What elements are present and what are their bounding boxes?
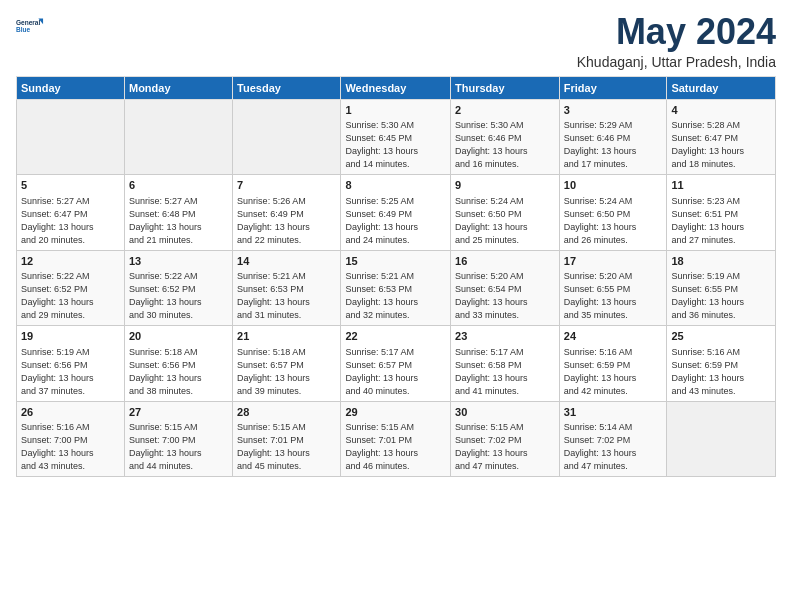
day-number: 14 (237, 254, 336, 269)
day-content: Sunrise: 5:30 AM Sunset: 6:46 PM Dayligh… (455, 119, 555, 171)
day-content: Sunrise: 5:24 AM Sunset: 6:50 PM Dayligh… (564, 195, 663, 247)
table-row: 9Sunrise: 5:24 AM Sunset: 6:50 PM Daylig… (451, 175, 560, 251)
table-row: 22Sunrise: 5:17 AM Sunset: 6:57 PM Dayli… (341, 326, 451, 402)
day-content: Sunrise: 5:17 AM Sunset: 6:58 PM Dayligh… (455, 346, 555, 398)
table-row: 29Sunrise: 5:15 AM Sunset: 7:01 PM Dayli… (341, 401, 451, 477)
day-number: 31 (564, 405, 663, 420)
table-row: 13Sunrise: 5:22 AM Sunset: 6:52 PM Dayli… (124, 250, 232, 326)
day-number: 21 (237, 329, 336, 344)
day-content: Sunrise: 5:21 AM Sunset: 6:53 PM Dayligh… (237, 270, 336, 322)
day-content: Sunrise: 5:15 AM Sunset: 7:02 PM Dayligh… (455, 421, 555, 473)
table-row: 1Sunrise: 5:30 AM Sunset: 6:45 PM Daylig… (341, 99, 451, 175)
day-number: 10 (564, 178, 663, 193)
table-row (17, 99, 125, 175)
subtitle: Khudaganj, Uttar Pradesh, India (577, 54, 776, 70)
day-content: Sunrise: 5:23 AM Sunset: 6:51 PM Dayligh… (671, 195, 771, 247)
day-content: Sunrise: 5:18 AM Sunset: 6:57 PM Dayligh… (237, 346, 336, 398)
day-number: 1 (345, 103, 446, 118)
col-wednesday: Wednesday (341, 76, 451, 99)
calendar-week-row: 5Sunrise: 5:27 AM Sunset: 6:47 PM Daylig… (17, 175, 776, 251)
page: GeneralBlue May 2024 Khudaganj, Uttar Pr… (0, 0, 792, 612)
day-number: 13 (129, 254, 228, 269)
day-content: Sunrise: 5:16 AM Sunset: 6:59 PM Dayligh… (671, 346, 771, 398)
day-content: Sunrise: 5:15 AM Sunset: 7:01 PM Dayligh… (237, 421, 336, 473)
day-content: Sunrise: 5:29 AM Sunset: 6:46 PM Dayligh… (564, 119, 663, 171)
day-number: 16 (455, 254, 555, 269)
col-friday: Friday (559, 76, 667, 99)
table-row: 8Sunrise: 5:25 AM Sunset: 6:49 PM Daylig… (341, 175, 451, 251)
day-content: Sunrise: 5:27 AM Sunset: 6:48 PM Dayligh… (129, 195, 228, 247)
table-row: 26Sunrise: 5:16 AM Sunset: 7:00 PM Dayli… (17, 401, 125, 477)
day-number: 27 (129, 405, 228, 420)
day-number: 7 (237, 178, 336, 193)
calendar-week-row: 26Sunrise: 5:16 AM Sunset: 7:00 PM Dayli… (17, 401, 776, 477)
day-content: Sunrise: 5:14 AM Sunset: 7:02 PM Dayligh… (564, 421, 663, 473)
table-row: 25Sunrise: 5:16 AM Sunset: 6:59 PM Dayli… (667, 326, 776, 402)
day-number: 2 (455, 103, 555, 118)
header: GeneralBlue May 2024 Khudaganj, Uttar Pr… (16, 12, 776, 70)
day-content: Sunrise: 5:16 AM Sunset: 6:59 PM Dayligh… (564, 346, 663, 398)
day-number: 22 (345, 329, 446, 344)
table-row (667, 401, 776, 477)
table-row: 12Sunrise: 5:22 AM Sunset: 6:52 PM Dayli… (17, 250, 125, 326)
table-row: 5Sunrise: 5:27 AM Sunset: 6:47 PM Daylig… (17, 175, 125, 251)
title-block: May 2024 Khudaganj, Uttar Pradesh, India (577, 12, 776, 70)
day-content: Sunrise: 5:25 AM Sunset: 6:49 PM Dayligh… (345, 195, 446, 247)
day-content: Sunrise: 5:20 AM Sunset: 6:55 PM Dayligh… (564, 270, 663, 322)
calendar-week-row: 12Sunrise: 5:22 AM Sunset: 6:52 PM Dayli… (17, 250, 776, 326)
col-thursday: Thursday (451, 76, 560, 99)
table-row: 17Sunrise: 5:20 AM Sunset: 6:55 PM Dayli… (559, 250, 667, 326)
table-row: 10Sunrise: 5:24 AM Sunset: 6:50 PM Dayli… (559, 175, 667, 251)
day-content: Sunrise: 5:19 AM Sunset: 6:56 PM Dayligh… (21, 346, 120, 398)
table-row: 30Sunrise: 5:15 AM Sunset: 7:02 PM Dayli… (451, 401, 560, 477)
day-number: 18 (671, 254, 771, 269)
day-number: 9 (455, 178, 555, 193)
main-title: May 2024 (577, 12, 776, 52)
table-row: 7Sunrise: 5:26 AM Sunset: 6:49 PM Daylig… (233, 175, 341, 251)
day-number: 11 (671, 178, 771, 193)
day-content: Sunrise: 5:22 AM Sunset: 6:52 PM Dayligh… (129, 270, 228, 322)
table-row: 19Sunrise: 5:19 AM Sunset: 6:56 PM Dayli… (17, 326, 125, 402)
day-number: 3 (564, 103, 663, 118)
table-row: 2Sunrise: 5:30 AM Sunset: 6:46 PM Daylig… (451, 99, 560, 175)
table-row: 28Sunrise: 5:15 AM Sunset: 7:01 PM Dayli… (233, 401, 341, 477)
day-number: 24 (564, 329, 663, 344)
table-row: 11Sunrise: 5:23 AM Sunset: 6:51 PM Dayli… (667, 175, 776, 251)
day-number: 17 (564, 254, 663, 269)
day-number: 26 (21, 405, 120, 420)
day-number: 19 (21, 329, 120, 344)
day-content: Sunrise: 5:20 AM Sunset: 6:54 PM Dayligh… (455, 270, 555, 322)
table-row: 14Sunrise: 5:21 AM Sunset: 6:53 PM Dayli… (233, 250, 341, 326)
table-row: 20Sunrise: 5:18 AM Sunset: 6:56 PM Dayli… (124, 326, 232, 402)
table-row: 24Sunrise: 5:16 AM Sunset: 6:59 PM Dayli… (559, 326, 667, 402)
table-row: 18Sunrise: 5:19 AM Sunset: 6:55 PM Dayli… (667, 250, 776, 326)
day-number: 12 (21, 254, 120, 269)
table-row: 6Sunrise: 5:27 AM Sunset: 6:48 PM Daylig… (124, 175, 232, 251)
day-content: Sunrise: 5:26 AM Sunset: 6:49 PM Dayligh… (237, 195, 336, 247)
calendar-week-row: 1Sunrise: 5:30 AM Sunset: 6:45 PM Daylig… (17, 99, 776, 175)
day-number: 20 (129, 329, 228, 344)
table-row (124, 99, 232, 175)
day-number: 28 (237, 405, 336, 420)
day-content: Sunrise: 5:16 AM Sunset: 7:00 PM Dayligh… (21, 421, 120, 473)
day-content: Sunrise: 5:24 AM Sunset: 6:50 PM Dayligh… (455, 195, 555, 247)
day-number: 25 (671, 329, 771, 344)
day-number: 6 (129, 178, 228, 193)
day-content: Sunrise: 5:19 AM Sunset: 6:55 PM Dayligh… (671, 270, 771, 322)
col-saturday: Saturday (667, 76, 776, 99)
table-row: 3Sunrise: 5:29 AM Sunset: 6:46 PM Daylig… (559, 99, 667, 175)
day-number: 29 (345, 405, 446, 420)
table-row: 4Sunrise: 5:28 AM Sunset: 6:47 PM Daylig… (667, 99, 776, 175)
table-row: 15Sunrise: 5:21 AM Sunset: 6:53 PM Dayli… (341, 250, 451, 326)
day-content: Sunrise: 5:17 AM Sunset: 6:57 PM Dayligh… (345, 346, 446, 398)
day-number: 5 (21, 178, 120, 193)
table-row: 16Sunrise: 5:20 AM Sunset: 6:54 PM Dayli… (451, 250, 560, 326)
logo: GeneralBlue (16, 12, 44, 40)
col-sunday: Sunday (17, 76, 125, 99)
day-number: 8 (345, 178, 446, 193)
day-content: Sunrise: 5:21 AM Sunset: 6:53 PM Dayligh… (345, 270, 446, 322)
col-monday: Monday (124, 76, 232, 99)
day-content: Sunrise: 5:27 AM Sunset: 6:47 PM Dayligh… (21, 195, 120, 247)
day-content: Sunrise: 5:28 AM Sunset: 6:47 PM Dayligh… (671, 119, 771, 171)
logo-icon: GeneralBlue (16, 12, 44, 40)
